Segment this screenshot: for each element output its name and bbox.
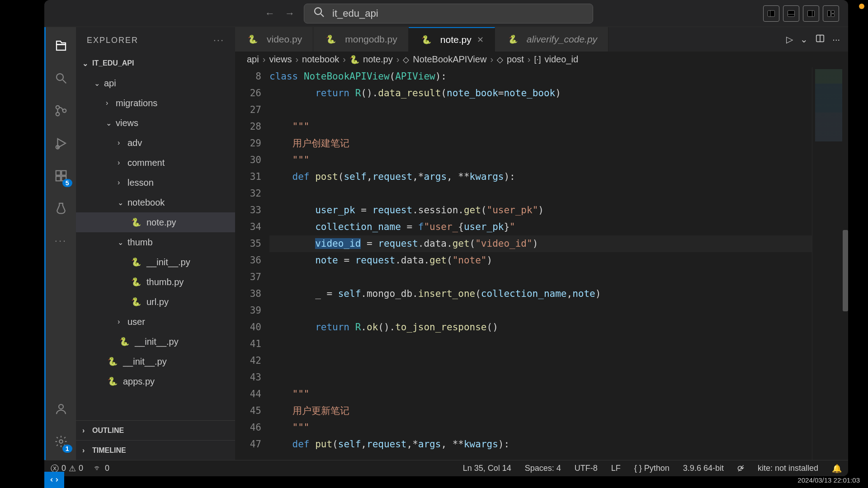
breadcrumb-segment[interactable]: note.py (363, 54, 393, 65)
vscode-window: ← → it_edu_api (44, 0, 848, 476)
file-item[interactable]: 🐍__init__.py (76, 332, 235, 352)
breadcrumb-separator: › (396, 54, 400, 65)
run-dropdown[interactable]: ⌄ (800, 34, 808, 45)
folder-item[interactable]: thumb (76, 232, 235, 252)
activity-settings[interactable]: 1 (52, 432, 71, 451)
timeline-section[interactable]: TIMELINE (76, 440, 235, 460)
activity-more[interactable]: ··· (52, 231, 71, 250)
svg-point-24 (59, 440, 63, 443)
tab-label: aliverify_code.py (527, 34, 597, 45)
svg-rect-11 (57, 45, 66, 51)
editor[interactable]: 8262728293031323334353637383940414243444… (235, 67, 848, 460)
folder-item[interactable]: api (76, 73, 235, 93)
search-icon (312, 5, 326, 22)
activity-run-debug[interactable] (52, 134, 71, 153)
activity-explorer[interactable] (52, 36, 71, 55)
folder-item[interactable]: notebook (76, 192, 235, 212)
tab-label: mongodb.py (345, 34, 397, 45)
status-language[interactable]: { } Python (634, 464, 670, 473)
radio-icon: ᯤ (94, 464, 102, 473)
svg-point-23 (59, 404, 63, 409)
layout-customize-icon[interactable] (823, 5, 839, 22)
status-bar: ⓧ0 ⚠0 ᯤ0 Ln 35, Col 14 Spaces: 4 UTF-8 L… (44, 460, 848, 476)
status-eol[interactable]: LF (611, 464, 621, 473)
activity-search[interactable] (52, 69, 71, 88)
svg-rect-9 (831, 10, 835, 13)
file-item[interactable]: 🐍__init__.py (76, 252, 235, 272)
activity-testing[interactable] (52, 199, 71, 218)
svg-rect-19 (56, 171, 60, 175)
status-python-version[interactable]: 3.9.6 64-bit (683, 464, 724, 473)
sidebar-menu-icon[interactable]: ··· (213, 34, 224, 46)
chevron-icon (106, 99, 114, 107)
layout-sidebar-left-icon[interactable] (763, 5, 779, 22)
folder-item[interactable]: adv (76, 133, 235, 153)
editor-tab[interactable]: 🐍mongodb.py (313, 27, 409, 52)
tree-label: apps.py (123, 376, 155, 387)
close-icon[interactable]: ✕ (477, 35, 484, 45)
editor-tab[interactable]: 🐍note.py✕ (409, 27, 495, 52)
file-item[interactable]: 🐍note.py (76, 212, 235, 232)
folder-item[interactable]: views (76, 113, 235, 133)
nav-back-button[interactable]: ← (261, 5, 278, 22)
tab-more-icon[interactable]: ··· (832, 34, 840, 45)
tree-label: url.py (146, 297, 169, 307)
minimap-scrollbar[interactable] (843, 230, 848, 311)
chevron-icon (118, 318, 126, 326)
code-content[interactable]: class NoteBookAPIView(APIView): return R… (269, 67, 848, 460)
python-file-icon: 🐍 (421, 35, 431, 45)
outline-section[interactable]: OUTLINE (76, 420, 235, 440)
chevron-icon (118, 198, 126, 207)
python-file-icon: 🐍 (131, 217, 141, 227)
settings-badge: 1 (62, 445, 72, 453)
file-item[interactable]: 🐍__init__.py (76, 352, 235, 371)
tree-label: comment (127, 158, 165, 168)
folder-item[interactable]: migrations (76, 93, 235, 113)
svg-rect-8 (828, 10, 831, 16)
activity-extensions[interactable]: 5 (52, 166, 71, 185)
remote-indicator[interactable] (44, 472, 64, 488)
breadcrumb-separator: › (343, 54, 346, 65)
system-clock: 2024/03/13 22:01:03 (793, 472, 864, 488)
breadcrumb-segment[interactable]: views (269, 54, 292, 65)
split-editor-icon[interactable] (815, 33, 825, 46)
chevron-icon (106, 119, 114, 127)
breadcrumb-segment[interactable]: video_id (545, 54, 579, 65)
breadcrumb[interactable]: api›views›notebook›🐍note.py›◇NoteBookAPI… (235, 52, 848, 67)
status-ports[interactable]: ᯤ0 (94, 464, 109, 473)
status-cursor[interactable]: Ln 35, Col 14 (463, 464, 511, 473)
project-root[interactable]: IT_EDU_API (76, 53, 235, 73)
breadcrumb-segment[interactable]: post (507, 54, 524, 65)
breadcrumb-segment[interactable]: api (247, 54, 259, 65)
editor-tab[interactable]: 🐍video.py (235, 27, 313, 52)
file-item[interactable]: 🐍thumb.py (76, 272, 235, 292)
search-text: it_edu_api (332, 8, 378, 19)
file-item[interactable]: 🐍apps.py (76, 371, 235, 391)
minimap[interactable] (812, 67, 848, 460)
run-button[interactable]: ▷ (786, 34, 793, 45)
activity-accounts[interactable] (52, 399, 71, 418)
line-gutter: 8262728293031323334353637383940414243444… (235, 67, 269, 460)
status-encoding[interactable]: UTF-8 (575, 464, 598, 473)
folder-item[interactable]: lesson (76, 173, 235, 192)
tree-label: note.py (146, 217, 176, 228)
chevron-right-icon (82, 446, 90, 455)
nav-forward-button[interactable]: → (281, 5, 298, 22)
folder-item[interactable]: user (76, 312, 235, 332)
breadcrumb-segment[interactable]: NoteBookAPIView (413, 54, 486, 65)
file-tree[interactable]: apimigrationsviewsadvcommentlessonnotebo… (76, 73, 235, 420)
status-spaces[interactable]: Spaces: 4 (525, 464, 561, 473)
project-name: IT_EDU_API (92, 59, 134, 67)
layout-panel-icon[interactable] (783, 5, 799, 22)
extensions-badge: 5 (62, 179, 72, 187)
file-item[interactable]: 🐍url.py (76, 292, 235, 312)
folder-item[interactable]: comment (76, 153, 235, 173)
breadcrumb-segment[interactable]: notebook (302, 54, 339, 65)
python-file-icon: 🐍 (248, 34, 258, 44)
command-center-search[interactable]: it_edu_api (304, 4, 593, 23)
activity-source-control[interactable] (52, 101, 71, 120)
layout-sidebar-right-icon[interactable] (803, 5, 819, 22)
editor-tab[interactable]: 🐍aliverify_code.py (495, 27, 609, 52)
status-sync-icon[interactable]: ⟳̸ (737, 464, 744, 474)
outline-label: OUTLINE (92, 427, 124, 435)
